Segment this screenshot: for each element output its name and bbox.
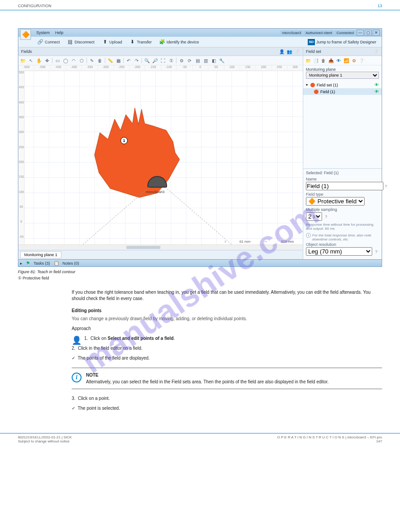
sd-icon: SD xyxy=(308,39,315,45)
tool-f-icon[interactable]: 🔧 xyxy=(218,57,225,64)
side-eye-icon[interactable]: 👁 xyxy=(335,57,342,64)
tool-pointer-icon[interactable]: ↖ xyxy=(27,57,34,64)
tree-field[interactable]: Field (1) 👁 xyxy=(303,88,382,95)
close-button[interactable]: ✕ xyxy=(373,30,380,36)
monitoring-plane-label: Monitoring plane xyxy=(306,67,379,72)
ruler-horizontal: -600 -500 -450 -400 -350 -300 -250 -200 … xyxy=(18,65,303,71)
statusbar-expand-icon[interactable]: ▸ xyxy=(20,261,22,266)
footer-doc-title: O P E R A T I N G I N S T R U C T I O N … xyxy=(277,435,382,439)
info-icon: i xyxy=(72,373,82,382)
multisampling-select[interactable]: 2 x xyxy=(306,212,322,221)
fieldtype-select[interactable]: 🔶 Protective field xyxy=(306,197,365,206)
side-gear-icon[interactable]: ⚙ xyxy=(351,57,357,64)
status-auth: Authorized client xyxy=(304,30,334,35)
tool-zoom100-icon[interactable]: ① xyxy=(168,57,175,64)
note-body: Alternatively, you can select the field … xyxy=(86,379,382,384)
dimension-readout: ↕61 mm ↔319 mm xyxy=(224,240,294,244)
tool-zoomin-icon[interactable]: 🔍 xyxy=(143,57,151,64)
tool-edit-points-icon[interactable]: ✎ xyxy=(88,57,95,64)
disconnect-button[interactable]: ⛓Disconnect xyxy=(64,38,99,46)
field-set-color-icon xyxy=(310,83,315,87)
transfer-icon: ⬇ xyxy=(129,39,136,45)
label-approach: Approach xyxy=(72,326,382,332)
fields-panel-header: Fields 👤 👥 ❔ xyxy=(18,47,303,56)
tool-rect-icon[interactable]: ▭ xyxy=(54,57,61,64)
side-toolbar: 📁 📑 🗑 📥 👁 📶 ⚙ ❔ xyxy=(303,56,382,65)
field-editor-canvas[interactable]: 500 450 400 350 300 250 200 150 100 50 0… xyxy=(18,71,303,250)
connect-button[interactable]: 🔗Connect xyxy=(34,38,64,46)
safety-designer-link[interactable]: SDJump to frame of Safety Designer xyxy=(304,38,380,46)
tool-ruler-icon[interactable]: 📏 xyxy=(107,57,114,64)
maximize-button[interactable]: ▢ xyxy=(365,30,372,36)
menu-help[interactable]: Help xyxy=(52,30,66,36)
user2-icon[interactable]: 👥 xyxy=(286,48,292,55)
status-connection: Connected xyxy=(335,30,356,35)
tree-field-set[interactable]: ▾ Field set (1) 👁 xyxy=(303,82,382,88)
connect-icon: 🔗 xyxy=(37,39,43,45)
menu-system[interactable]: System xyxy=(34,30,52,36)
app-icon: 🔶 xyxy=(20,29,31,40)
or-help-icon[interactable]: ? xyxy=(374,249,379,254)
figure-caption: Figure 81: Teach in field contour xyxy=(18,270,382,274)
tool-folder-icon[interactable]: 📁 xyxy=(19,57,26,64)
tool-poly-icon[interactable]: ⬠ xyxy=(78,57,85,64)
field-color-icon xyxy=(314,90,318,94)
notes-icon: 📋 xyxy=(54,261,59,266)
disconnect-icon: ⛓ xyxy=(67,39,73,45)
side-wifi-icon[interactable]: 📶 xyxy=(343,57,349,64)
tool-grid-icon[interactable]: ▦ xyxy=(115,57,122,64)
tool-redo-icon[interactable]: ↷ xyxy=(133,57,140,64)
titlebar: 🔶 System Help microScan3 Authorized clie… xyxy=(18,29,382,37)
tool-circle-icon[interactable]: ◯ xyxy=(62,57,69,64)
doc-section-number: 13 xyxy=(378,4,382,8)
monitoring-plane-select[interactable]: Monitoring plane 1 xyxy=(306,72,379,79)
side-q-icon[interactable]: ❔ xyxy=(358,57,365,64)
tool-move-icon[interactable]: ✥ xyxy=(43,57,51,64)
response-time-note: iFor the total response time, also note … xyxy=(306,232,379,242)
ms-help-icon[interactable]: ? xyxy=(323,215,329,219)
tool-c-icon[interactable]: ▤ xyxy=(194,57,201,64)
para-lead: You can change a previously drawn field … xyxy=(72,316,382,322)
chevron-down-icon[interactable]: ▾ xyxy=(306,83,310,87)
note-title: NOTE xyxy=(86,373,382,378)
identify-button[interactable]: 🧩Identify the device xyxy=(155,38,203,46)
edit-points-tool-icon: 👤 xyxy=(72,335,82,345)
properties-panel: Selected: Field (1) Name ? Field type 🔶 … xyxy=(303,168,382,259)
tool-d-icon[interactable]: ▥ xyxy=(202,57,209,64)
notes-status[interactable]: Notes (0) xyxy=(63,261,79,266)
tasks-status[interactable]: Tasks (3) xyxy=(34,261,50,266)
objres-select[interactable]: Leg (70 mm) xyxy=(306,247,372,256)
side-add-icon[interactable]: 📁 xyxy=(305,57,311,64)
tool-zoomout-icon[interactable]: 🔎 xyxy=(151,57,159,64)
step-2: 2. Click in the field editor on a field. xyxy=(72,345,382,352)
tool-b-icon[interactable]: ⟳ xyxy=(186,57,193,64)
tool-arc-icon[interactable]: ◠ xyxy=(70,57,77,64)
tool-zoomfit-icon[interactable]: ⛶ xyxy=(159,57,167,64)
objres-label: Object resolution xyxy=(306,242,379,247)
side-help-icon[interactable]: ❔ xyxy=(373,48,379,55)
help-icon[interactable]: ❔ xyxy=(294,48,300,55)
heading-editing-points: Editing points xyxy=(72,308,382,313)
minimize-button[interactable]: — xyxy=(357,30,364,36)
upload-button[interactable]: ⬆Upload xyxy=(98,38,126,46)
multisampling-label: Multiple sampling xyxy=(306,207,379,212)
scrollbar-horizontal[interactable] xyxy=(18,245,303,250)
step-3: 3. Click on a point. xyxy=(72,395,382,402)
side-del-icon[interactable]: 🗑 xyxy=(320,57,327,64)
visibility-icon[interactable]: 👁 xyxy=(374,89,379,94)
tab-monitoring-plane[interactable]: Monitoring plane 1 xyxy=(20,251,61,258)
tool-delete-icon[interactable]: 🗑 xyxy=(96,57,103,64)
tool-a-icon[interactable]: ⚙ xyxy=(178,57,185,64)
name-label: Name xyxy=(306,177,379,181)
doc-section-label: CONFIGURATION xyxy=(18,4,52,8)
tool-hand-icon[interactable]: ✋ xyxy=(35,57,43,64)
user-icon[interactable]: 👤 xyxy=(279,48,285,55)
transfer-button[interactable]: ⬇Transfer xyxy=(126,38,155,46)
tool-undo-icon[interactable]: ↶ xyxy=(125,57,132,64)
name-input[interactable] xyxy=(306,182,383,190)
name-help-icon[interactable]: ? xyxy=(385,184,387,189)
visibility-icon[interactable]: 👁 xyxy=(374,82,379,87)
side-import-icon[interactable]: 📥 xyxy=(328,57,334,64)
tool-e-icon[interactable]: ◧ xyxy=(210,57,217,64)
side-copy-icon[interactable]: 📑 xyxy=(313,57,319,64)
